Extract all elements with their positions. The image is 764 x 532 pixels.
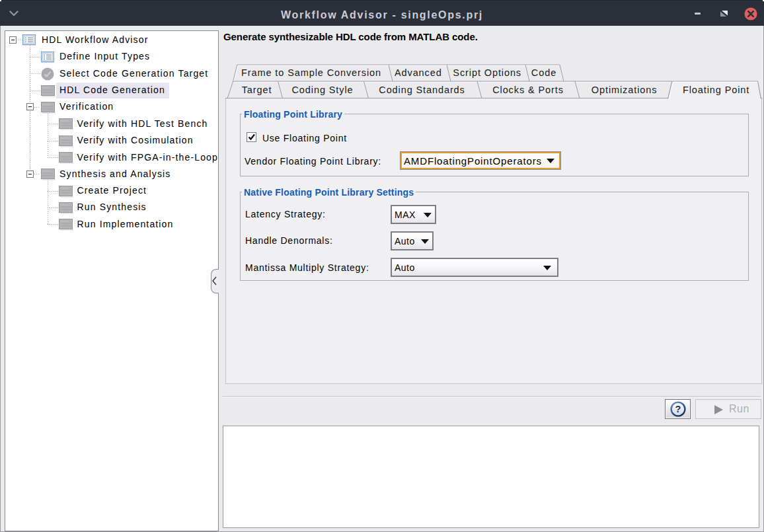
svg-text:?: ?	[675, 404, 681, 414]
